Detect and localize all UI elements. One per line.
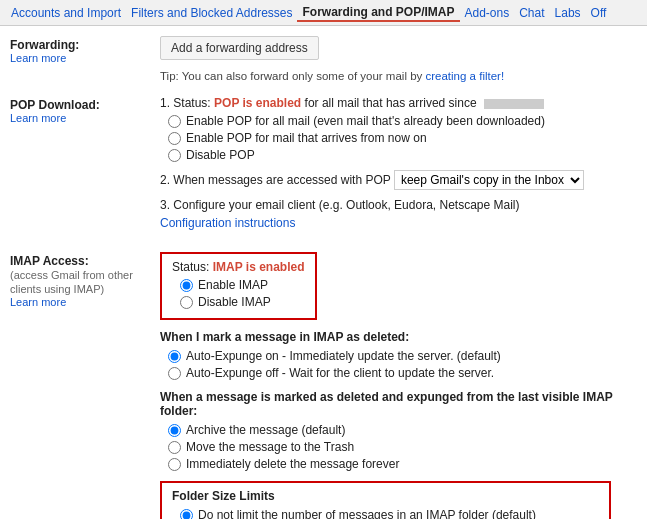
imap-deleted-opt1-radio[interactable] [168, 350, 181, 363]
imap-expunged-opt3-label[interactable]: Immediately delete the message forever [186, 457, 399, 471]
nav-tab-accounts[interactable]: Accounts and Import [6, 4, 126, 22]
main-content: Forwarding: Learn more Add a forwarding … [0, 26, 647, 519]
imap-deleted-opt2-row: Auto-Expunge off - Wait for the client t… [168, 366, 635, 380]
pop-option1-row: Enable POP for all mail (even mail that'… [168, 114, 635, 128]
folder-opt1-label[interactable]: Do not limit the number of messages in a… [198, 508, 536, 519]
imap-deleted-opt1-row: Auto-Expunge on - Immediately update the… [168, 349, 635, 363]
imap-deleted-opt2-label[interactable]: Auto-Expunge off - Wait for the client t… [186, 366, 494, 380]
pop-learn-more[interactable]: Learn more [10, 112, 150, 124]
pop-content: 1. Status: POP is enabled for all mail t… [160, 96, 635, 238]
imap-enable-label[interactable]: Enable IMAP [198, 278, 268, 292]
pop-option1-label[interactable]: Enable POP for all mail (even mail that'… [186, 114, 545, 128]
imap-learn-more[interactable]: Learn more [10, 296, 150, 308]
imap-content: Status: IMAP is enabled Enable IMAP Disa… [160, 252, 635, 519]
imap-deleted-opt2-radio[interactable] [168, 367, 181, 380]
folder-limits-box: Folder Size Limits Do not limit the numb… [160, 481, 611, 519]
imap-expunged-opt3-row: Immediately delete the message forever [168, 457, 635, 471]
imap-section: IMAP Access: (access Gmail from other cl… [10, 252, 635, 519]
imap-expunged-opt1-label[interactable]: Archive the message (default) [186, 423, 345, 437]
nav-tab-filters[interactable]: Filters and Blocked Addresses [126, 4, 297, 22]
imap-disable-label[interactable]: Disable IMAP [198, 295, 271, 309]
imap-expunged-opt1-radio[interactable] [168, 424, 181, 437]
forwarding-section: Forwarding: Learn more Add a forwarding … [10, 36, 635, 82]
pop-section: POP Download: Learn more 1. Status: POP … [10, 96, 635, 238]
imap-enable-row: Enable IMAP [180, 278, 305, 292]
pop-option2-label[interactable]: Enable POP for mail that arrives from no… [186, 131, 427, 145]
pop-option2-row: Enable POP for mail that arrives from no… [168, 131, 635, 145]
pop-action-select[interactable]: keep Gmail's copy in the Inbox [394, 170, 584, 190]
pop-step3: 3. Configure your email client (e.g. Out… [160, 198, 635, 230]
creating-filter-link[interactable]: creating a filter! [426, 70, 505, 82]
pop-option3-row: Disable POP [168, 148, 635, 162]
forwarding-label: Forwarding: Learn more [10, 36, 160, 64]
folder-limits-title: Folder Size Limits [172, 489, 599, 503]
pop-step2: 2. When messages are accessed with POP k… [160, 170, 635, 190]
nav-tab-chat[interactable]: Chat [514, 4, 549, 22]
folder-opt1-row: Do not limit the number of messages in a… [180, 508, 599, 519]
imap-disable-row: Disable IMAP [180, 295, 305, 309]
imap-status-box: Status: IMAP is enabled Enable IMAP Disa… [160, 252, 317, 320]
nav-tab-addons[interactable]: Add-ons [460, 4, 515, 22]
imap-label: IMAP Access: (access Gmail from other cl… [10, 252, 160, 308]
pop-option2-radio[interactable] [168, 132, 181, 145]
imap-disable-radio[interactable] [180, 296, 193, 309]
tip-text: Tip: You can also forward only some of y… [160, 70, 635, 82]
pop-config-link[interactable]: Configuration instructions [160, 216, 295, 230]
imap-deleted-section: When I mark a message in IMAP as deleted… [160, 330, 635, 380]
imap-enable-radio[interactable] [180, 279, 193, 292]
imap-expunged-opt3-radio[interactable] [168, 458, 181, 471]
pop-option3-label[interactable]: Disable POP [186, 148, 255, 162]
imap-deleted-opt1-label[interactable]: Auto-Expunge on - Immediately update the… [186, 349, 501, 363]
folder-opt1-radio[interactable] [180, 509, 193, 520]
forwarding-learn-more[interactable]: Learn more [10, 52, 150, 64]
nav-tab-off[interactable]: Off [586, 4, 612, 22]
pop-step1: 1. Status: POP is enabled for all mail t… [160, 96, 635, 162]
imap-expunged-opt1-row: Archive the message (default) [168, 423, 635, 437]
pop-label: POP Download: Learn more [10, 96, 160, 124]
imap-status-text: IMAP is enabled [213, 260, 305, 274]
nav-tab-labs[interactable]: Labs [550, 4, 586, 22]
add-forwarding-button[interactable]: Add a forwarding address [160, 36, 319, 60]
pop-option1-radio[interactable] [168, 115, 181, 128]
top-nav: Accounts and Import Filters and Blocked … [0, 0, 647, 26]
date-redacted [484, 99, 544, 109]
imap-expunged-opt2-label[interactable]: Move the message to the Trash [186, 440, 354, 454]
nav-tab-forwarding[interactable]: Forwarding and POP/IMAP [297, 3, 459, 22]
imap-expunged-opt2-row: Move the message to the Trash [168, 440, 635, 454]
imap-expunged-opt2-radio[interactable] [168, 441, 181, 454]
imap-expunged-section: When a message is marked as deleted and … [160, 390, 635, 471]
forwarding-content: Add a forwarding address Tip: You can al… [160, 36, 635, 82]
pop-option3-radio[interactable] [168, 149, 181, 162]
